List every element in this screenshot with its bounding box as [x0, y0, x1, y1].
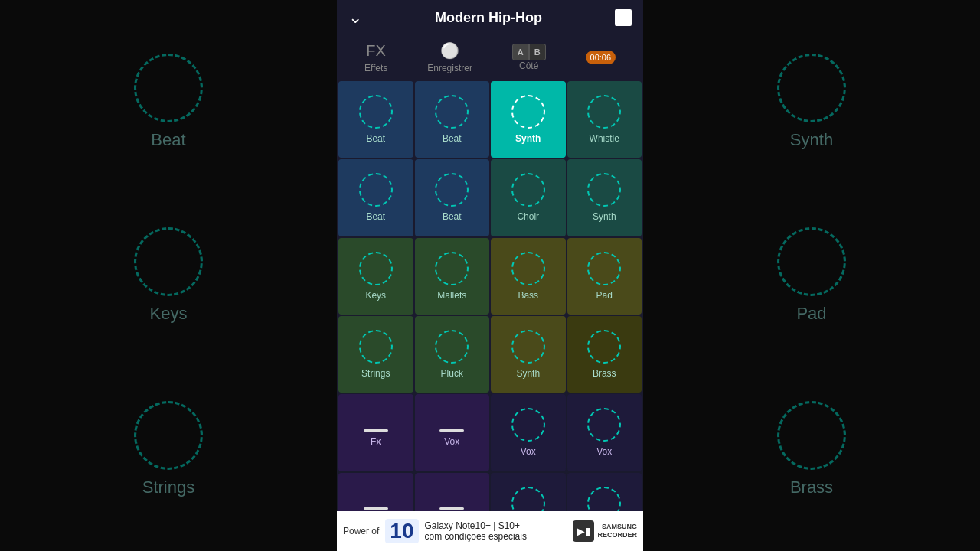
pad-label: Vox [521, 446, 536, 457]
pad-line [364, 507, 388, 510]
pad-synth-0-2[interactable]: Synth [491, 81, 566, 158]
page-title: Modern Hip-Hop [435, 10, 542, 26]
fx-button[interactable]: FX Effets [364, 42, 387, 73]
bg-circle-pad [777, 227, 846, 296]
pad-label: Vox [444, 436, 459, 447]
bg-item-strings: Strings [134, 401, 203, 497]
bg-label-strings: Strings [142, 478, 194, 497]
pad-whistle-0-3[interactable]: Whistle [567, 81, 642, 158]
pad-circle [511, 95, 545, 129]
record-label: Enregistrer [427, 63, 472, 73]
bg-circle-beat [134, 54, 203, 122]
pad-fx-4-0[interactable]: Fx [338, 394, 413, 471]
bg-label-pad: Pad [796, 304, 826, 324]
ab-side-button[interactable]: A B Côté [512, 44, 546, 71]
record-button[interactable]: ⚪ Enregistrer [427, 41, 472, 73]
ad-record-section: ▶▮ SAMSUNGRECORDER [573, 520, 637, 542]
pad-beat-0-0[interactable]: Beat [338, 81, 413, 158]
pad-circle [511, 252, 545, 285]
ad-rec-button[interactable]: ▶▮ [573, 520, 594, 542]
pad-keys-2-0[interactable]: Keys [338, 238, 413, 315]
pad-pad-2-3[interactable]: Pad [567, 238, 642, 315]
pad-label: Keys [365, 290, 386, 301]
pad-circle [435, 173, 469, 207]
bg-label-brass: Brass [790, 478, 833, 497]
toolbar: FX Effets ⚪ Enregistrer A B Côté 00:06 [337, 35, 643, 80]
pad-circle [511, 408, 545, 442]
bg-label-synth: Synth [790, 130, 833, 150]
pad-circle [359, 330, 393, 364]
center-panel: ⌄ Modern Hip-Hop FX Effets ⚪ Enregistrer… [337, 0, 643, 551]
pad-brass-3-3[interactable]: Brass [567, 316, 642, 393]
ad-text: Galaxy Note10+ | S10+com condições espec… [425, 520, 567, 542]
pad-label: Beat [366, 211, 385, 222]
pad-beat-1-0[interactable]: Beat [338, 159, 413, 236]
ab-toggle[interactable]: A B [512, 44, 546, 60]
b-button[interactable]: B [529, 44, 546, 60]
pad-label: Choir [517, 211, 539, 222]
pad-label: Fx [371, 436, 381, 447]
pad-beat-0-1[interactable]: Beat [415, 81, 490, 158]
bg-right-panel: Synth Pad Brass [643, 0, 980, 551]
pad-circle [435, 252, 469, 285]
pad-line [364, 429, 388, 432]
pad-label: Bass [518, 290, 538, 301]
pad-circle [511, 173, 545, 207]
pad-label: Beat [443, 211, 462, 222]
bg-item-brass: Brass [777, 401, 846, 497]
pad-mallets-2-1[interactable]: Mallets [415, 238, 490, 315]
ad-logo: 10 [385, 519, 418, 543]
pad-circle [359, 252, 393, 285]
pad-strings-3-0[interactable]: Strings [338, 316, 413, 393]
pad-label: Synth [516, 368, 540, 379]
bg-circle-keys [134, 227, 203, 296]
pad-circle [359, 95, 393, 129]
fx-icon: FX [366, 42, 386, 60]
bg-item-keys: Keys [134, 227, 203, 324]
pad-label: Beat [366, 133, 385, 144]
side-label: Côté [519, 60, 538, 71]
pad-circle [435, 330, 469, 364]
pad-circle [587, 408, 621, 442]
bg-item-pad: Pad [777, 227, 846, 324]
pad-vox-4-2[interactable]: Vox [491, 394, 566, 471]
chevron-down-icon[interactable]: ⌄ [348, 8, 362, 28]
pad-circle [587, 252, 621, 285]
pad-line [439, 429, 464, 432]
pad-choir-1-2[interactable]: Choir [491, 159, 566, 236]
bg-label-beat: Beat [151, 130, 185, 150]
pad-synth-1-3[interactable]: Synth [567, 159, 642, 236]
bg-circle-brass [777, 401, 846, 470]
pad-line [439, 507, 464, 510]
pad-circle [511, 330, 545, 364]
pad-circle [359, 173, 393, 207]
pad-label: Pluck [441, 368, 463, 379]
bg-circle-strings [134, 401, 203, 470]
pad-circle [435, 95, 469, 129]
pad-label: Whistle [590, 133, 619, 144]
pad-label: Synth [593, 211, 616, 222]
pad-pluck-3-1[interactable]: Pluck [415, 316, 490, 393]
pad-label: Beat [443, 133, 462, 144]
pad-synth-3-2[interactable]: Synth [491, 316, 566, 393]
ad-power-text: Power of [343, 526, 379, 536]
pad-beat-1-1[interactable]: Beat [415, 159, 490, 236]
stop-button[interactable] [615, 9, 632, 26]
record-icon: ⚪ [440, 41, 459, 60]
pad-label: Vox [596, 446, 612, 457]
bg-item-synth: Synth [777, 54, 846, 150]
pad-vox-4-3[interactable]: Vox [567, 394, 642, 471]
pad-label: Pad [596, 290, 612, 301]
bg-label-keys: Keys [150, 304, 188, 324]
a-button[interactable]: A [512, 44, 529, 60]
header: ⌄ Modern Hip-Hop [337, 0, 643, 35]
ad-samsung-label: SAMSUNGRECORDER [597, 523, 637, 540]
pad-label: Synth [515, 133, 541, 144]
fx-label: Effets [364, 63, 387, 73]
pad-label: Mallets [437, 290, 466, 301]
pad-circle [587, 173, 621, 207]
bg-left-panel: Beat Keys Strings [0, 0, 337, 551]
bg-circle-synth [777, 54, 846, 122]
pad-bass-2-2[interactable]: Bass [491, 238, 566, 315]
pad-vox-4-1[interactable]: Vox [415, 394, 490, 471]
